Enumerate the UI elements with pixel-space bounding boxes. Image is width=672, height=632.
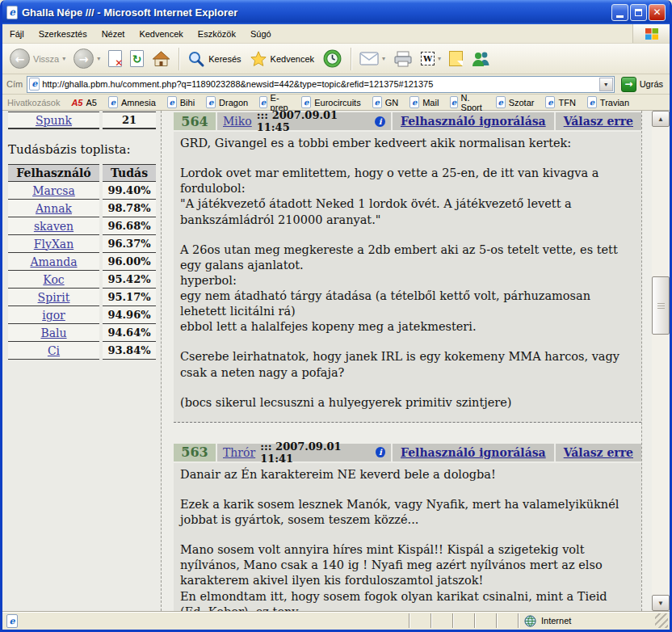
links-bar-link[interactable]: e Mail (410, 96, 439, 108)
scrollbar-track[interactable] (652, 127, 670, 276)
toplist-row: Amanda 96.00% (8, 253, 157, 271)
scrollbar-track[interactable] (652, 335, 670, 595)
links-bar-link[interactable]: e Eurocircuits (301, 96, 360, 108)
toplist-user-link[interactable]: Spirit (38, 291, 70, 304)
address-input[interactable] (42, 79, 598, 89)
throbber (632, 24, 670, 43)
back-dropdown-icon[interactable]: ▾ (62, 55, 65, 62)
url-page-icon: e (29, 78, 40, 91)
toplist-user-link[interactable]: Annak (36, 202, 72, 215)
scroll-down-button[interactable]: ▼ (652, 595, 670, 611)
toplist-score: 94.64% (107, 327, 150, 339)
close-button[interactable]: ✕ (649, 4, 666, 21)
menu-item[interactable]: Szerkesztés (32, 29, 94, 39)
ignore-user-cell: Felhasználó ignorálása (393, 112, 554, 130)
toplist-user-link[interactable]: Balu (40, 327, 66, 339)
link-label: Eurocircuits (314, 98, 360, 107)
forward-button[interactable]: → ▾ (70, 47, 103, 70)
link-label: TFN (558, 98, 575, 107)
refresh-button[interactable]: ↻ (127, 48, 147, 69)
link-label: Travian (600, 98, 629, 107)
scrollbar-thumb[interactable] (652, 276, 670, 335)
discuss-button[interactable] (446, 49, 466, 68)
print-button[interactable] (390, 49, 416, 69)
mail-dropdown-icon[interactable]: ▾ (382, 55, 385, 62)
ignore-user-link[interactable]: Felhasználó ignorálása (401, 115, 546, 128)
link-label: Amnesia (121, 98, 156, 107)
toplist-user-link[interactable]: Amanda (30, 255, 77, 268)
toplist-user-link[interactable]: Marcsa (32, 184, 75, 197)
reply-link[interactable]: Válasz erre (564, 446, 633, 459)
links-bar-link[interactable]: e GN (372, 96, 399, 108)
toplist-row: FlyXan 96.37% (8, 235, 157, 253)
status-pane (430, 613, 452, 628)
sidebar-top-value: 21 (103, 112, 156, 129)
post-author-link[interactable]: Thrór (223, 446, 255, 459)
minimize-button[interactable] (611, 4, 628, 21)
refresh-glyph: ↻ (132, 53, 142, 65)
toplist-user-link[interactable]: Koc (43, 273, 64, 286)
sidebar-user-link[interactable]: Spunk (36, 114, 72, 127)
menu-item[interactable]: Súgó (243, 29, 279, 39)
home-button[interactable] (149, 49, 174, 69)
search-button[interactable]: Keresés (184, 48, 244, 70)
post-paragraph: Mano sosem volt annyira híres mint Kispá… (180, 542, 635, 611)
post-author-link[interactable]: Miko (223, 115, 252, 128)
scroll-up-button[interactable]: ▲ (652, 111, 670, 127)
resize-grip[interactable] (655, 613, 668, 628)
menu-item[interactable]: Fájl (2, 29, 32, 39)
mail-button[interactable]: ▾ (356, 50, 388, 67)
messenger-button[interactable] (468, 48, 494, 70)
links-bar-label: Hivatkozások (7, 98, 60, 107)
vertical-scrollbar[interactable]: ▲ ▼ (652, 111, 670, 611)
toplist-user-link[interactable]: FlyXan (34, 238, 74, 251)
address-label: Cím (6, 79, 23, 89)
post-paragraph: (bocs sikerul lecsuszni a hulyegyerek pr… (180, 395, 635, 411)
favorites-button[interactable]: Kedvencek (246, 48, 317, 70)
history-icon (322, 48, 342, 69)
edit-button[interactable]: W ▾ (418, 50, 444, 67)
links-list: A5 A5 e Amnesia e Bihi e Dragon (71, 93, 629, 112)
stop-button[interactable]: ✕ (105, 48, 125, 69)
links-bar-link[interactable]: e N. Sport (450, 93, 484, 112)
links-bar-link[interactable]: e Dragon (206, 96, 248, 108)
link-page-icon: e (496, 96, 506, 108)
links-bar-link[interactable]: e TFN (545, 96, 575, 108)
edit-dropdown-icon[interactable]: ▾ (438, 55, 441, 62)
info-icon[interactable]: i (376, 447, 385, 457)
go-button[interactable]: → Ugrás (619, 77, 666, 92)
ie-page-icon: e (6, 6, 18, 19)
status-pane (409, 613, 430, 628)
toplist-user-link[interactable]: skaven (34, 220, 74, 233)
forward-dropdown-icon[interactable]: ▾ (97, 55, 100, 62)
menu-item[interactable]: Kedvencek (132, 29, 190, 39)
links-bar-link[interactable]: e E-prep (259, 93, 290, 112)
go-arrow-icon: → (621, 77, 636, 92)
sidebar-top-row: Spunk 21 (8, 112, 157, 129)
reply-link[interactable]: Válasz erre (564, 115, 633, 128)
toplist-user-link[interactable]: igor (42, 309, 65, 322)
post-author-cell: Miko ::: 2007.09.01 11:45 i (217, 112, 391, 130)
forum-post: 564 Miko ::: 2007.09.01 11:45 i Felhaszn… (174, 112, 641, 423)
page-content: Spunk 21 Tudásbázis toplista: Felhasznál… (2, 111, 670, 611)
links-bar: Hivatkozások A5 A5 e Amnesia e Bihi (2, 95, 670, 111)
ignore-user-link[interactable]: Felhasználó ignorálása (401, 446, 546, 459)
link-page-icon: e (259, 96, 267, 108)
address-dropdown-button[interactable]: ▼ (599, 78, 613, 91)
maximize-button[interactable] (630, 4, 647, 21)
links-bar-link[interactable]: e Bihi (167, 96, 195, 108)
links-bar-link[interactable]: e Amnesia (108, 96, 156, 108)
zone-label: Internet (541, 616, 571, 626)
info-icon[interactable]: i (375, 116, 385, 127)
link-label: N. Sport (461, 93, 485, 112)
back-button[interactable]: ← Vissza ▾ (6, 47, 69, 70)
menu-item[interactable]: Eszközök (191, 29, 243, 39)
links-bar-link[interactable]: A5 A5 (71, 98, 97, 107)
links-bar-link[interactable]: e Travian (587, 96, 629, 108)
toplist-user-link[interactable]: Ci (48, 344, 60, 357)
history-button[interactable] (319, 47, 346, 70)
links-bar-link[interactable]: e Szotar (496, 96, 535, 108)
menu-item[interactable]: Nézet (94, 29, 132, 39)
stop-icon: ✕ (108, 50, 122, 67)
menu-bar: FájlSzerkesztésNézetKedvencekEszközökSúg… (2, 24, 670, 44)
